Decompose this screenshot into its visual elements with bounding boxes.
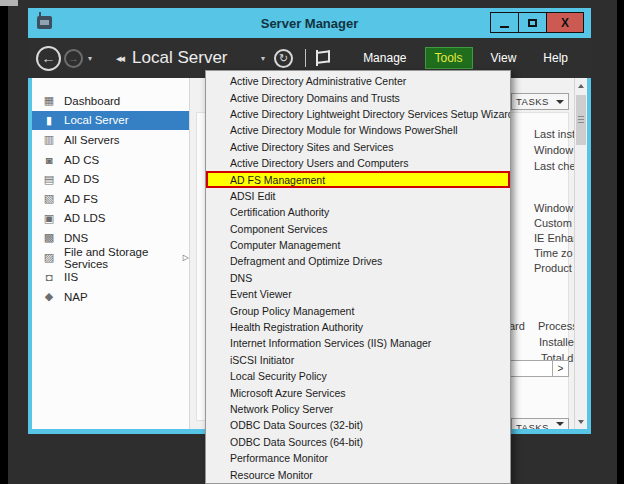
vertical-scrollbar[interactable] [574, 78, 587, 429]
menu-item-resource-monitor[interactable]: Resource Monitor [206, 466, 510, 482]
titlebar[interactable]: Server Manager X [28, 8, 591, 38]
sidebar-item-label: AD LDS [64, 212, 106, 224]
sidebar-item-ad-cs[interactable]: ◙AD CS [32, 150, 189, 170]
menu-item-group-policy-management[interactable]: Group Policy Management [206, 302, 510, 318]
property-label: Window [534, 144, 573, 156]
desktop-edge-left [0, 0, 8, 484]
tasks-button[interactable]: TASKS [511, 93, 569, 110]
minimize-icon [500, 26, 509, 28]
menu-item-network-policy-server[interactable]: Network Policy Server [206, 401, 510, 417]
scrollbar-grip-icon [578, 116, 584, 124]
sidebar-item-file-and-storage-services[interactable]: ▨File and Storage Services▷ [32, 248, 189, 268]
events-range-box[interactable]: > [510, 360, 569, 377]
menu-item-odbc-data-sources-32-bit-[interactable]: ODBC Data Sources (32-bit) [206, 417, 510, 433]
tasks-button-bottom[interactable]: TASKS [511, 418, 569, 429]
sidebar-item-dashboard[interactable]: ▦Dashboard [32, 91, 189, 111]
scroll-down-button[interactable] [575, 414, 587, 429]
menu-item-microsoft-azure-services[interactable]: Microsoft Azure Services [206, 384, 510, 400]
menu-item-ad-fs-management[interactable]: AD FS Management [206, 171, 510, 187]
menu-item-health-registration-authority[interactable]: Health Registration Authority [206, 319, 510, 335]
history-dropdown-icon[interactable]: ▾ [88, 54, 92, 63]
sidebar-item-label: AD DS [64, 173, 99, 185]
breadcrumb-chevrons-icon: ◂◂ [116, 52, 123, 65]
menu-item-active-directory-domains-and-trusts[interactable]: Active Directory Domains and Trusts [206, 89, 510, 105]
desktop-edge-right [617, 0, 624, 484]
scroll-up-icon [578, 84, 584, 88]
menu-item-local-security-policy[interactable]: Local Security Policy [206, 368, 510, 384]
forward-button[interactable]: → [64, 49, 83, 68]
tasks-button-label: TASKS [516, 422, 549, 429]
sidebar-item-ad-lds[interactable]: ▣AD LDS [32, 209, 189, 229]
sidebar-item-label: AD FS [64, 193, 98, 205]
property-label: Product [534, 262, 572, 274]
menu-item-odbc-data-sources-64-bit-[interactable]: ODBC Data Sources (64-bit) [206, 434, 510, 450]
menu-item-active-directory-lightweight-directory-services-setup-wizard[interactable]: Active Directory Lightweight Directory S… [206, 106, 510, 122]
menu-item-component-services[interactable]: Component Services [206, 221, 510, 237]
ad-lds-icon: ▣ [42, 212, 56, 225]
menu-item-certification-authority[interactable]: Certification Authority [206, 204, 510, 220]
menu-item-adsi-edit[interactable]: ADSI Edit [206, 188, 510, 204]
navbar-divider [305, 49, 306, 67]
property-label: Last inst [534, 128, 575, 140]
menu-item-defragment-and-optimize-drives[interactable]: Defragment and Optimize Drives [206, 253, 510, 269]
ad-ds-icon: ▤ [42, 173, 56, 186]
nap-key-icon: ◆ [42, 290, 56, 303]
all-servers-icon: ▥ [42, 133, 56, 146]
minimize-button[interactable] [490, 12, 519, 33]
menu-item-active-directory-administrative-center[interactable]: Active Directory Administrative Center [206, 73, 510, 89]
maximize-button[interactable] [518, 12, 547, 33]
sidebar-item-label: IIS [64, 271, 78, 283]
refresh-button[interactable]: ↻ [274, 49, 293, 68]
menu-item-active-directory-module-for-windows-powershell[interactable]: Active Directory Module for Windows Powe… [206, 122, 510, 138]
file-storage-icon: ▨ [42, 251, 56, 264]
breadcrumb[interactable]: Local Server [132, 48, 227, 68]
navbar-item-tools[interactable]: Tools [425, 47, 473, 69]
sidebar-item-ad-fs[interactable]: ▧AD FS [32, 189, 189, 209]
sidebar-item-iis[interactable]: ◘IIS [32, 267, 189, 287]
navbar-item-manage[interactable]: Manage [354, 47, 415, 69]
local-server-icon: ▮ [42, 114, 56, 127]
menu-item-internet-information-services-iis-manager[interactable]: Internet Information Services (IIS) Mana… [206, 335, 510, 351]
dns-icon: ▩ [42, 231, 56, 244]
expand-arrow-icon[interactable]: ▷ [183, 253, 189, 262]
sidebar-item-nap[interactable]: ◆NAP [32, 287, 189, 307]
scrollbar-thumb[interactable] [576, 95, 586, 145]
menu-item-active-directory-sites-and-services[interactable]: Active Directory Sites and Services [206, 139, 510, 155]
next-page-button[interactable]: > [552, 361, 568, 376]
tools-dropdown-menu: Active Directory Administrative CenterAc… [205, 70, 511, 484]
sidebar-item-label: DNS [64, 232, 88, 244]
close-button[interactable]: X [546, 12, 584, 33]
sidebar-item-label: All Servers [64, 134, 120, 146]
property-label: Process [538, 320, 578, 332]
property-label: Custom [534, 217, 572, 229]
breadcrumb-dropdown-icon[interactable]: ▾ [261, 54, 265, 63]
sidebar-item-all-servers[interactable]: ▥All Servers [32, 130, 189, 150]
property-label: IE Enhan [534, 232, 579, 244]
menu-item-dns[interactable]: DNS [206, 270, 510, 286]
menu-item-performance-monitor[interactable]: Performance Monitor [206, 450, 510, 466]
sidebar-item-label: NAP [64, 291, 88, 303]
navbar-menu: ManageToolsViewHelp [345, 47, 577, 69]
scroll-down-icon [578, 420, 584, 424]
property-label: ard [509, 320, 525, 332]
chevron-down-icon [556, 422, 564, 426]
sidebar-item-local-server[interactable]: ▮Local Server [32, 111, 189, 131]
notifications-flag-icon[interactable] [316, 50, 329, 66]
back-button[interactable]: ← [36, 46, 61, 71]
property-label: Last che [534, 160, 576, 172]
menu-item-event-viewer[interactable]: Event Viewer [206, 286, 510, 302]
menu-item-active-directory-users-and-computers[interactable]: Active Directory Users and Computers [206, 155, 510, 171]
tasks-button-label: TASKS [516, 96, 549, 107]
menu-item-computer-management[interactable]: Computer Management [206, 237, 510, 253]
navbar-item-view[interactable]: View [482, 47, 526, 69]
navbar-item-help[interactable]: Help [534, 47, 577, 69]
sidebar-item-label: Local Server [64, 114, 129, 126]
sidebar-item-label: AD CS [64, 154, 99, 166]
ad-fs-icon: ▧ [42, 192, 56, 205]
sidebar-item-ad-ds[interactable]: ▤AD DS [32, 169, 189, 189]
maximize-icon [528, 19, 537, 27]
navbar-right: ▾ ↻ ManageToolsViewHelp [256, 47, 577, 69]
dashboard-icon: ▦ [42, 94, 56, 107]
scroll-up-button[interactable] [575, 78, 587, 93]
menu-item-iscsi-initiator[interactable]: iSCSI Initiator [206, 352, 510, 368]
